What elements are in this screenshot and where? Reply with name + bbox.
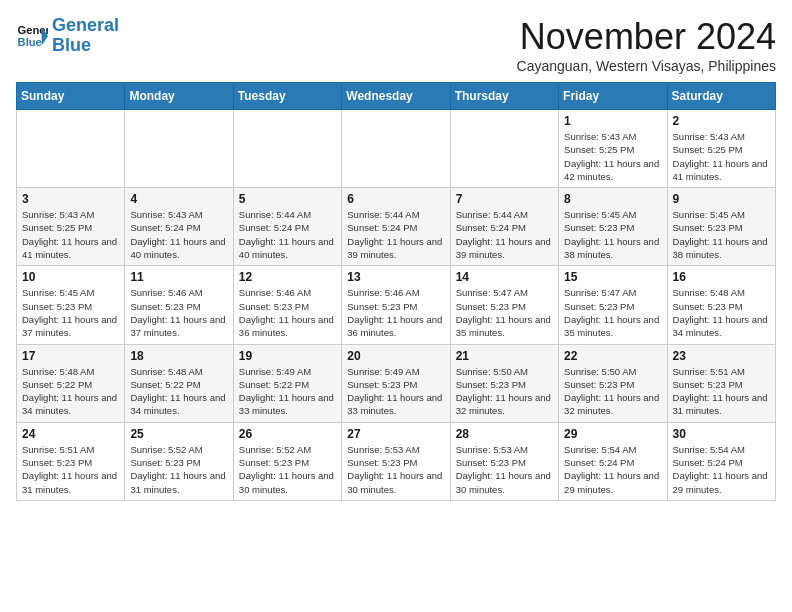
weekday-header-friday: Friday — [559, 83, 667, 110]
calendar-cell: 4Sunrise: 5:43 AM Sunset: 5:24 PM Daylig… — [125, 188, 233, 266]
day-info: Sunrise: 5:48 AM Sunset: 5:22 PM Dayligh… — [22, 365, 119, 418]
calendar-cell: 27Sunrise: 5:53 AM Sunset: 5:23 PM Dayli… — [342, 422, 450, 500]
calendar-cell: 12Sunrise: 5:46 AM Sunset: 5:23 PM Dayli… — [233, 266, 341, 344]
day-number: 30 — [673, 427, 770, 441]
day-number: 6 — [347, 192, 444, 206]
day-info: Sunrise: 5:47 AM Sunset: 5:23 PM Dayligh… — [456, 286, 553, 339]
day-number: 20 — [347, 349, 444, 363]
day-info: Sunrise: 5:53 AM Sunset: 5:23 PM Dayligh… — [347, 443, 444, 496]
svg-text:Blue: Blue — [18, 35, 42, 47]
calendar-cell: 17Sunrise: 5:48 AM Sunset: 5:22 PM Dayli… — [17, 344, 125, 422]
calendar-cell — [17, 110, 125, 188]
weekday-header-monday: Monday — [125, 83, 233, 110]
day-number: 22 — [564, 349, 661, 363]
calendar-cell: 19Sunrise: 5:49 AM Sunset: 5:22 PM Dayli… — [233, 344, 341, 422]
calendar-cell: 3Sunrise: 5:43 AM Sunset: 5:25 PM Daylig… — [17, 188, 125, 266]
weekday-header-wednesday: Wednesday — [342, 83, 450, 110]
calendar-cell: 24Sunrise: 5:51 AM Sunset: 5:23 PM Dayli… — [17, 422, 125, 500]
calendar-cell: 16Sunrise: 5:48 AM Sunset: 5:23 PM Dayli… — [667, 266, 775, 344]
calendar-cell: 29Sunrise: 5:54 AM Sunset: 5:24 PM Dayli… — [559, 422, 667, 500]
day-number: 11 — [130, 270, 227, 284]
day-info: Sunrise: 5:48 AM Sunset: 5:22 PM Dayligh… — [130, 365, 227, 418]
day-number: 16 — [673, 270, 770, 284]
day-info: Sunrise: 5:51 AM Sunset: 5:23 PM Dayligh… — [673, 365, 770, 418]
calendar-cell: 9Sunrise: 5:45 AM Sunset: 5:23 PM Daylig… — [667, 188, 775, 266]
calendar-week-row: 3Sunrise: 5:43 AM Sunset: 5:25 PM Daylig… — [17, 188, 776, 266]
day-number: 28 — [456, 427, 553, 441]
day-info: Sunrise: 5:54 AM Sunset: 5:24 PM Dayligh… — [564, 443, 661, 496]
calendar-cell — [233, 110, 341, 188]
calendar-cell: 23Sunrise: 5:51 AM Sunset: 5:23 PM Dayli… — [667, 344, 775, 422]
logo-text-line1: General — [52, 16, 119, 36]
day-number: 26 — [239, 427, 336, 441]
day-number: 17 — [22, 349, 119, 363]
day-number: 24 — [22, 427, 119, 441]
day-info: Sunrise: 5:44 AM Sunset: 5:24 PM Dayligh… — [347, 208, 444, 261]
calendar-table: SundayMondayTuesdayWednesdayThursdayFrid… — [16, 82, 776, 501]
calendar-cell — [342, 110, 450, 188]
day-info: Sunrise: 5:47 AM Sunset: 5:23 PM Dayligh… — [564, 286, 661, 339]
weekday-header-thursday: Thursday — [450, 83, 558, 110]
calendar-cell: 7Sunrise: 5:44 AM Sunset: 5:24 PM Daylig… — [450, 188, 558, 266]
day-info: Sunrise: 5:54 AM Sunset: 5:24 PM Dayligh… — [673, 443, 770, 496]
day-number: 7 — [456, 192, 553, 206]
day-info: Sunrise: 5:49 AM Sunset: 5:23 PM Dayligh… — [347, 365, 444, 418]
day-info: Sunrise: 5:45 AM Sunset: 5:23 PM Dayligh… — [564, 208, 661, 261]
day-number: 21 — [456, 349, 553, 363]
weekday-header-tuesday: Tuesday — [233, 83, 341, 110]
day-number: 23 — [673, 349, 770, 363]
calendar-week-row: 10Sunrise: 5:45 AM Sunset: 5:23 PM Dayli… — [17, 266, 776, 344]
day-number: 15 — [564, 270, 661, 284]
calendar-cell: 5Sunrise: 5:44 AM Sunset: 5:24 PM Daylig… — [233, 188, 341, 266]
calendar-cell: 1Sunrise: 5:43 AM Sunset: 5:25 PM Daylig… — [559, 110, 667, 188]
day-number: 12 — [239, 270, 336, 284]
weekday-header-saturday: Saturday — [667, 83, 775, 110]
day-info: Sunrise: 5:46 AM Sunset: 5:23 PM Dayligh… — [130, 286, 227, 339]
day-info: Sunrise: 5:43 AM Sunset: 5:24 PM Dayligh… — [130, 208, 227, 261]
calendar-cell: 8Sunrise: 5:45 AM Sunset: 5:23 PM Daylig… — [559, 188, 667, 266]
day-number: 27 — [347, 427, 444, 441]
day-number: 4 — [130, 192, 227, 206]
day-info: Sunrise: 5:53 AM Sunset: 5:23 PM Dayligh… — [456, 443, 553, 496]
month-title: November 2024 — [517, 16, 776, 58]
calendar-cell: 6Sunrise: 5:44 AM Sunset: 5:24 PM Daylig… — [342, 188, 450, 266]
day-number: 2 — [673, 114, 770, 128]
calendar-cell: 11Sunrise: 5:46 AM Sunset: 5:23 PM Dayli… — [125, 266, 233, 344]
calendar-cell: 25Sunrise: 5:52 AM Sunset: 5:23 PM Dayli… — [125, 422, 233, 500]
page-header: General Blue General Blue November 2024 … — [16, 16, 776, 74]
calendar-cell: 28Sunrise: 5:53 AM Sunset: 5:23 PM Dayli… — [450, 422, 558, 500]
day-info: Sunrise: 5:43 AM Sunset: 5:25 PM Dayligh… — [673, 130, 770, 183]
calendar-week-row: 17Sunrise: 5:48 AM Sunset: 5:22 PM Dayli… — [17, 344, 776, 422]
day-info: Sunrise: 5:44 AM Sunset: 5:24 PM Dayligh… — [456, 208, 553, 261]
day-number: 29 — [564, 427, 661, 441]
calendar-cell: 2Sunrise: 5:43 AM Sunset: 5:25 PM Daylig… — [667, 110, 775, 188]
day-info: Sunrise: 5:50 AM Sunset: 5:23 PM Dayligh… — [456, 365, 553, 418]
day-number: 8 — [564, 192, 661, 206]
calendar-week-row: 1Sunrise: 5:43 AM Sunset: 5:25 PM Daylig… — [17, 110, 776, 188]
calendar-cell: 26Sunrise: 5:52 AM Sunset: 5:23 PM Dayli… — [233, 422, 341, 500]
day-number: 18 — [130, 349, 227, 363]
day-number: 10 — [22, 270, 119, 284]
logo: General Blue General Blue — [16, 16, 119, 56]
calendar-cell: 22Sunrise: 5:50 AM Sunset: 5:23 PM Dayli… — [559, 344, 667, 422]
day-number: 14 — [456, 270, 553, 284]
day-number: 25 — [130, 427, 227, 441]
calendar-cell: 21Sunrise: 5:50 AM Sunset: 5:23 PM Dayli… — [450, 344, 558, 422]
day-info: Sunrise: 5:48 AM Sunset: 5:23 PM Dayligh… — [673, 286, 770, 339]
day-number: 1 — [564, 114, 661, 128]
day-info: Sunrise: 5:46 AM Sunset: 5:23 PM Dayligh… — [347, 286, 444, 339]
weekday-header-row: SundayMondayTuesdayWednesdayThursdayFrid… — [17, 83, 776, 110]
day-info: Sunrise: 5:52 AM Sunset: 5:23 PM Dayligh… — [239, 443, 336, 496]
day-number: 3 — [22, 192, 119, 206]
logo-text-line2: Blue — [52, 36, 119, 56]
calendar-cell — [450, 110, 558, 188]
day-number: 9 — [673, 192, 770, 206]
calendar-week-row: 24Sunrise: 5:51 AM Sunset: 5:23 PM Dayli… — [17, 422, 776, 500]
day-info: Sunrise: 5:50 AM Sunset: 5:23 PM Dayligh… — [564, 365, 661, 418]
title-section: November 2024 Cayanguan, Western Visayas… — [517, 16, 776, 74]
calendar-cell: 15Sunrise: 5:47 AM Sunset: 5:23 PM Dayli… — [559, 266, 667, 344]
day-info: Sunrise: 5:49 AM Sunset: 5:22 PM Dayligh… — [239, 365, 336, 418]
day-info: Sunrise: 5:45 AM Sunset: 5:23 PM Dayligh… — [673, 208, 770, 261]
day-info: Sunrise: 5:45 AM Sunset: 5:23 PM Dayligh… — [22, 286, 119, 339]
location-subtitle: Cayanguan, Western Visayas, Philippines — [517, 58, 776, 74]
